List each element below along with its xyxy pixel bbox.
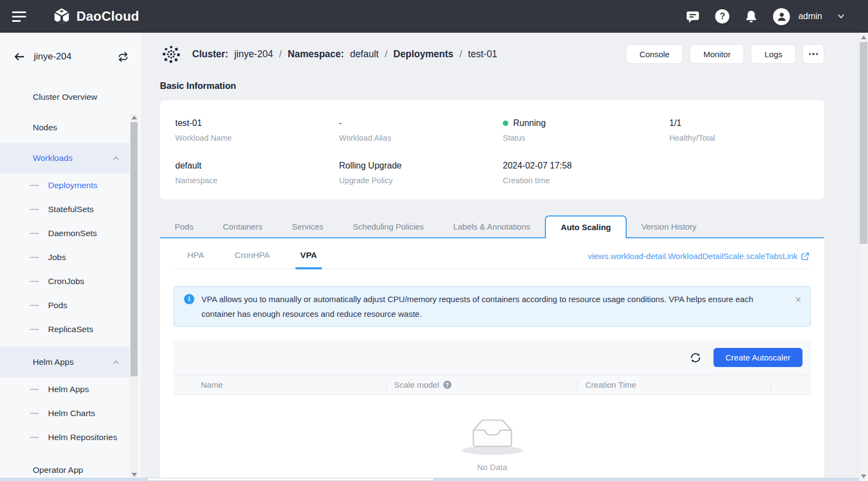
dash-icon [30,185,39,187]
dash-icon [30,209,39,211]
dash-icon [30,305,39,306]
sidebar-item-replicasets[interactable]: ReplicaSets [0,317,129,341]
tab-version-history[interactable]: Version History [627,215,711,238]
dash-icon [30,389,39,390]
sidebar-item-deployments[interactable]: Deployments [0,173,129,197]
brand-name: DaoCloud [76,9,139,24]
tab-services[interactable]: Services [277,215,338,238]
close-icon[interactable]: × [795,292,801,307]
breadcrumb-row: Cluster: jinye-204 / Namespace: default … [160,43,824,65]
logs-button[interactable]: Logs [751,44,796,64]
column-header-name[interactable]: Name [174,375,387,394]
scroll-up-arrow[interactable] [132,116,137,119]
monitor-button[interactable]: Monitor [689,44,744,64]
dash-icon [30,281,39,282]
table-header: Name Scale model ? Creation Time [174,375,811,395]
field-upgrade-policy: Rolling Upgrade Upgrade Policy [339,159,503,188]
info-icon: i [184,294,194,304]
notifications-icon[interactable] [744,10,758,23]
sidebar-item-cluster-overview[interactable]: Cluster Overview [0,82,129,112]
sidebar-scrollbar[interactable] [130,113,138,479]
horizontal-scrollbar[interactable] [0,478,859,481]
tab-containers[interactable]: Containers [208,215,277,238]
top-bar: DaoCloud ? admin [0,0,868,33]
sidebar-item-nodes[interactable]: Nodes [0,112,129,143]
detail-tabs: Pods Containers Services Scheduling Poli… [160,215,824,238]
empty-inbox-icon [471,418,514,449]
column-header-creation-time[interactable]: Creation Time [578,375,771,394]
back-arrow-icon[interactable] [13,51,25,62]
sidebar-cluster-name: jinye-204 [34,51,72,62]
dash-icon [30,233,39,235]
sidebar-item-pods[interactable]: Pods [0,293,129,317]
avatar[interactable] [773,8,790,25]
sidebar-item-statefulsets[interactable]: StatefulSets [0,197,129,221]
field-workload-alias: - Workload Alias [339,117,503,145]
scroll-down-arrow[interactable] [861,474,866,478]
page-scrollbar[interactable] [859,33,868,481]
breadcrumb-namespace-label: Namespace: [288,49,344,60]
scroll-down-arrow[interactable] [132,473,137,477]
sidebar-item-helm-charts[interactable]: Helm Charts [0,401,129,425]
help-icon[interactable]: ? [715,9,729,23]
sidebar-item-daemonsets[interactable]: DaemonSets [0,221,129,245]
subtab-vpa[interactable]: VPA [299,250,319,268]
daocloud-cube-icon [52,7,71,26]
sidebar-item-helm-repositories[interactable]: Helm Repositories [0,425,129,449]
subtab-hpa[interactable]: HPA [186,250,206,268]
status-dot [503,121,508,126]
basic-information-card: test-01 Workload Name - Workload Alias R… [160,100,824,200]
column-header-scale-model[interactable]: Scale model ? [387,375,578,394]
breadcrumb: Cluster: jinye-204 / Namespace: default … [192,49,497,60]
sidebar-item-helm-apps[interactable]: Helm Apps [0,377,129,401]
menu-icon[interactable] [12,9,27,25]
console-button[interactable]: Console [626,44,683,64]
vpa-info-banner: i VPA allows you to manually or automati… [174,286,811,327]
breadcrumb-section[interactable]: Deployments [394,49,454,60]
external-link-icon [801,252,810,261]
field-status: Running Status [503,117,669,145]
scale-tabs-link[interactable]: views.workload-detail.WorkloadDetailScal… [588,251,810,261]
tab-labels-annotations[interactable]: Labels & Annotations [438,215,545,238]
sidebar-scroll-thumb[interactable] [130,122,138,376]
scroll-up-arrow[interactable] [861,35,866,39]
sidebar-item-workloads[interactable]: Workloads [0,143,129,173]
breadcrumb-cluster-value[interactable]: jinye-204 [234,49,273,60]
field-namespace: default Namespace [175,159,339,188]
basic-information-title: Basic Information [160,81,236,91]
messages-icon[interactable] [685,9,700,24]
breadcrumb-item: test-01 [468,49,497,60]
scale-subtabs: HPA CronHPA VPA views.workload-detail.Wo… [174,238,811,269]
sidebar-item-helm-apps-group[interactable]: Helm Apps [0,347,129,377]
tab-pods[interactable]: Pods [160,215,208,238]
sidebar-nav: Cluster Overview Nodes Workloads Deploym… [0,82,129,481]
sidebar-item-jobs[interactable]: Jobs [0,245,129,269]
field-workload-name: test-01 Workload Name [175,117,339,145]
column-header-actions [771,375,811,394]
empty-text: No Data [477,462,507,472]
banner-text: VPA allows you to manually or automatica… [201,294,753,318]
more-actions-button[interactable] [802,44,824,64]
field-healthy-total: 1/1 Healthy/Total [669,117,824,145]
sidebar-item-operator-app[interactable]: Operator App [0,455,129,481]
empty-state: No Data [174,418,811,472]
dash-icon [30,329,39,330]
sidebar-item-cronjobs[interactable]: CronJobs [0,269,129,293]
tab-auto-scaling[interactable]: Auto Scaling [545,215,627,238]
subtab-cronhpa[interactable]: CronHPA [233,250,271,268]
help-tooltip-icon[interactable]: ? [443,381,451,389]
create-autoscaler-button[interactable]: Create Autoscaler [714,348,802,367]
dash-icon [30,257,39,258]
breadcrumb-namespace-value[interactable]: default [350,49,379,60]
cluster-dots-icon [161,44,181,64]
chevron-up-icon [112,359,120,365]
page-scroll-thumb[interactable] [860,42,867,244]
switch-cluster-icon[interactable] [117,51,129,63]
horizontal-scroll-thumb[interactable] [147,478,434,481]
tab-scheduling-policies[interactable]: Scheduling Policies [338,215,438,238]
username[interactable]: admin [798,11,822,21]
brand-logo[interactable]: DaoCloud [52,7,139,26]
user-icon [776,10,788,22]
refresh-icon[interactable] [689,352,701,364]
chevron-down-icon[interactable] [837,13,845,20]
